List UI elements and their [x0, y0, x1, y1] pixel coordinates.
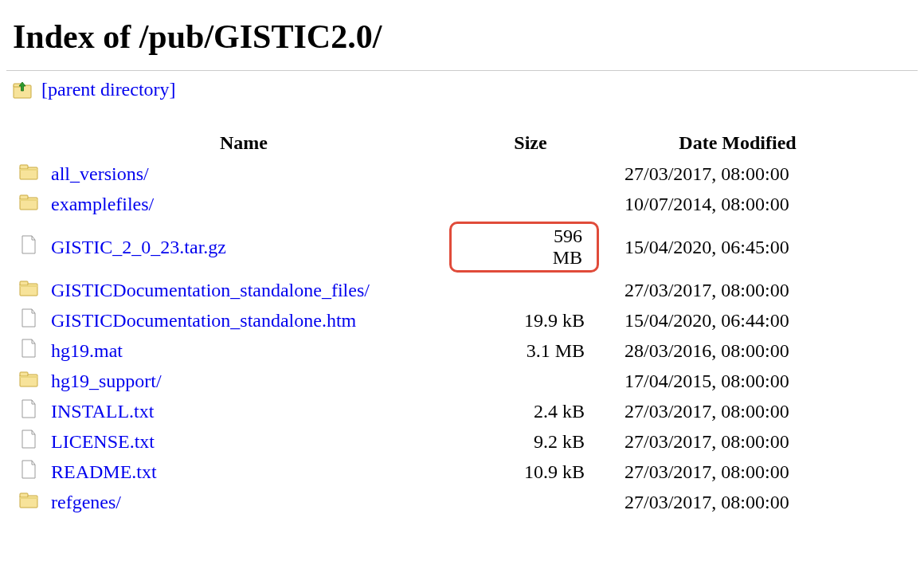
file-date: 28/03/2016, 08:00:00: [618, 335, 857, 366]
folder-icon: [13, 366, 45, 396]
file-size: 2.4 kB: [443, 396, 618, 426]
file-size: [443, 487, 618, 517]
parent-directory-row: [parent directory]: [6, 77, 918, 107]
file-size: 10.9 kB: [443, 457, 618, 487]
table-row: INSTALL.txt2.4 kB27/03/2017, 08:00:00: [13, 396, 857, 426]
file-link[interactable]: LICENSE.txt: [51, 431, 155, 452]
file-date: 27/03/2017, 08:00:00: [618, 426, 857, 457]
table-row: hg19_support/17/04/2015, 08:00:00: [13, 366, 857, 396]
file-date: 27/03/2017, 08:00:00: [618, 159, 857, 189]
file-size: [443, 189, 618, 219]
file-size: [443, 275, 618, 305]
column-header-size[interactable]: Size: [443, 129, 618, 159]
table-row: refgenes/27/03/2017, 08:00:00: [13, 487, 857, 517]
file-size: [443, 159, 618, 189]
file-size: 9.2 kB: [443, 426, 618, 457]
file-link[interactable]: GISTICDocumentation_standalone.htm: [51, 310, 356, 331]
column-header-name[interactable]: Name: [45, 129, 443, 159]
file-size: 3.1 MB: [443, 335, 618, 366]
folder-icon: [13, 159, 45, 189]
parent-directory-link[interactable]: [parent directory]: [41, 79, 176, 100]
file-icon: [13, 426, 45, 457]
file-date: 15/04/2020, 06:45:00: [618, 219, 857, 275]
file-link[interactable]: README.txt: [51, 461, 157, 482]
file-icon: [13, 219, 45, 275]
table-row: all_versions/27/03/2017, 08:00:00: [13, 159, 857, 189]
file-link[interactable]: INSTALL.txt: [51, 401, 154, 422]
file-icon: [13, 305, 45, 335]
file-date: 27/03/2017, 08:00:00: [618, 275, 857, 305]
file-icon: [13, 396, 45, 426]
up-arrow-folder-icon: [13, 80, 32, 100]
divider: [6, 70, 918, 71]
folder-icon: [13, 189, 45, 219]
file-icon: [13, 335, 45, 366]
folder-icon: [13, 275, 45, 305]
table-row: GISTICDocumentation_standalone_files/27/…: [13, 275, 857, 305]
column-header-date[interactable]: Date Modified: [618, 129, 857, 159]
file-link[interactable]: examplefiles/: [51, 194, 154, 214]
file-link[interactable]: refgenes/: [51, 492, 121, 512]
file-date: 15/04/2020, 06:44:00: [618, 305, 857, 335]
file-size: 596 MB: [443, 219, 618, 275]
file-icon: [13, 457, 45, 487]
file-date: 27/03/2017, 08:00:00: [618, 457, 857, 487]
folder-icon: [13, 487, 45, 517]
table-row: hg19.mat3.1 MB28/03/2016, 08:00:00: [13, 335, 857, 366]
file-date: 17/04/2015, 08:00:00: [618, 366, 857, 396]
file-link[interactable]: hg19.mat: [51, 340, 123, 361]
page-title: Index of /pub/GISTIC2.0/: [13, 18, 918, 56]
table-row: GISTIC_2_0_23.tar.gz596 MB15/04/2020, 06…: [13, 219, 857, 275]
file-link[interactable]: all_versions/: [51, 163, 149, 184]
table-row: LICENSE.txt9.2 kB27/03/2017, 08:00:00: [13, 426, 857, 457]
table-row: examplefiles/10/07/2014, 08:00:00: [13, 189, 857, 219]
table-row: README.txt10.9 kB27/03/2017, 08:00:00: [13, 457, 857, 487]
file-date: 27/03/2017, 08:00:00: [618, 487, 857, 517]
file-link[interactable]: GISTICDocumentation_standalone_files/: [51, 280, 370, 300]
table-row: GISTICDocumentation_standalone.htm19.9 k…: [13, 305, 857, 335]
table-header-row: Name Size Date Modified: [13, 129, 857, 159]
file-link[interactable]: GISTIC_2_0_23.tar.gz: [51, 237, 226, 257]
highlight-annotation: 596 MB: [449, 222, 599, 273]
file-size: 19.9 kB: [443, 305, 618, 335]
file-size: [443, 366, 618, 396]
file-link[interactable]: hg19_support/: [51, 371, 162, 391]
file-date: 10/07/2014, 08:00:00: [618, 189, 857, 219]
file-date: 27/03/2017, 08:00:00: [618, 396, 857, 426]
directory-listing-table: Name Size Date Modified all_versions/27/…: [13, 129, 857, 517]
